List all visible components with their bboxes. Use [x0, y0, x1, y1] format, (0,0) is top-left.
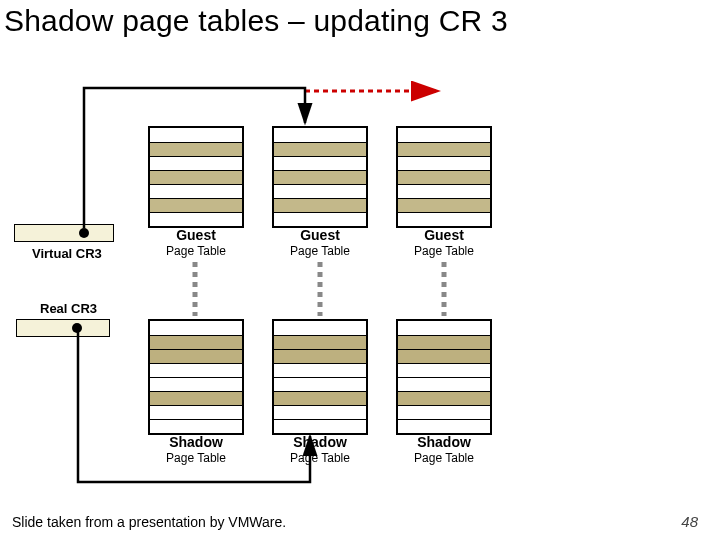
guest-caption-1: Guest Page Table — [148, 228, 244, 257]
shadow-caption-3: Shadow Page Table — [396, 435, 492, 464]
guest-page-table-1: Guest Page Table — [148, 126, 244, 228]
attribution-text: Slide taken from a presentation by VMWar… — [12, 514, 286, 530]
shadow-page-table-1: Shadow Page Table — [148, 319, 244, 435]
virtual-cr3-register — [14, 224, 114, 242]
guest-page-table-3: Guest Page Table — [396, 126, 492, 228]
shadow-page-table-3: Shadow Page Table — [396, 319, 492, 435]
real-cr3-dot — [72, 323, 82, 333]
shadow-page-table-2: Shadow Page Table — [272, 319, 368, 435]
virtual-cr3-label: Virtual CR3 — [32, 246, 102, 261]
real-cr3-register — [16, 319, 110, 337]
virtual-cr3-dot — [79, 228, 89, 238]
shadow-caption-2: Shadow Page Table — [272, 435, 368, 464]
page-number: 48 — [681, 513, 698, 530]
real-cr3-label: Real CR3 — [40, 301, 97, 316]
guest-caption-3: Guest Page Table — [396, 228, 492, 257]
guest-page-table-2: Guest Page Table — [272, 126, 368, 228]
shadow-caption-1: Shadow Page Table — [148, 435, 244, 464]
guest-caption-2: Guest Page Table — [272, 228, 368, 257]
slide-title: Shadow page tables – updating CR 3 — [4, 4, 508, 38]
